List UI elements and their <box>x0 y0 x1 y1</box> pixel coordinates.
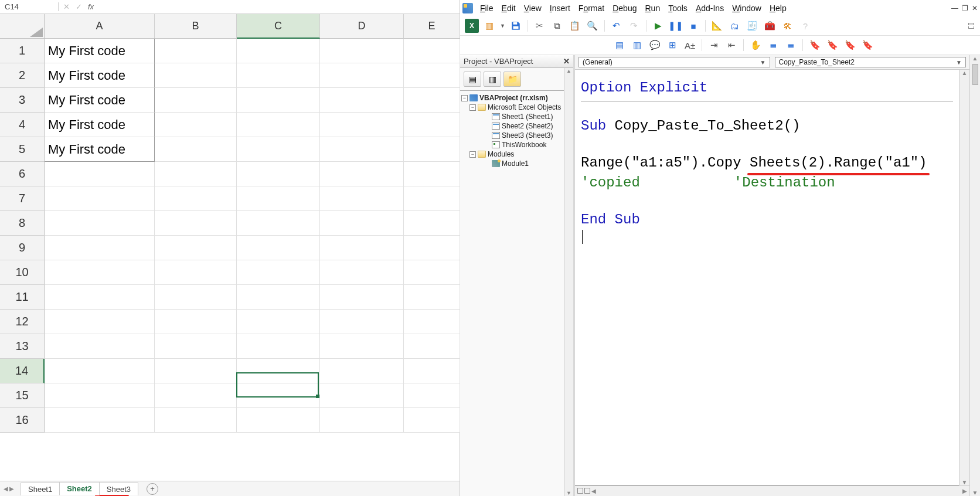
row-header-8[interactable]: 8 <box>0 211 45 236</box>
code-vertical-scrollbar[interactable]: ▲▼ <box>959 70 969 485</box>
find-icon[interactable]: 🔍 <box>586 19 600 33</box>
breakpoint-icon[interactable]: ✋ <box>748 38 763 52</box>
row-header-2[interactable]: 2 <box>0 63 45 88</box>
menu-window[interactable]: Window <box>729 2 765 14</box>
toolbox-icon[interactable]: 🛠 <box>781 19 795 33</box>
code-editor[interactable]: Option Explicit Sub Copy_Paste_To_Sheet2… <box>575 70 959 485</box>
pause-icon[interactable]: ❚❚ <box>669 19 683 33</box>
cell-B1[interactable] <box>155 39 237 63</box>
toolbar-overflow-icon[interactable] <box>967 22 975 29</box>
object-browser-icon[interactable]: 🧰 <box>763 19 777 33</box>
menu-insert[interactable]: Insert <box>546 2 574 14</box>
complete-word-icon[interactable]: A± <box>683 38 697 52</box>
list-properties-icon[interactable]: ▤ <box>612 38 627 52</box>
menu-help[interactable]: Help <box>766 2 790 14</box>
uncomment-block-icon[interactable]: ≣ <box>784 38 798 52</box>
save-icon[interactable] <box>509 19 523 33</box>
tab-sheet3[interactable]: Sheet3 <box>99 483 138 495</box>
row-header-4[interactable]: 4 <box>0 113 45 137</box>
menu-edit[interactable]: Edit <box>498 2 519 14</box>
paste-icon[interactable]: 📋 <box>568 19 582 33</box>
cell-A2[interactable]: My First code <box>45 63 155 88</box>
tree-module1[interactable]: Module1 <box>502 159 529 168</box>
view-code-icon[interactable]: ▤ <box>464 72 481 87</box>
run-icon[interactable]: ▶ <box>651 19 665 33</box>
insert-module-icon[interactable]: ▥ <box>482 19 496 33</box>
excel-icon[interactable]: X <box>465 19 479 33</box>
menu-debug[interactable]: Debug <box>609 2 640 14</box>
row-header-14[interactable]: 14 <box>0 359 45 383</box>
name-box[interactable]: C14 <box>0 2 59 11</box>
project-explorer-icon[interactable]: 🗂 <box>728 19 742 33</box>
copy-icon[interactable]: ⧉ <box>550 19 564 33</box>
project-tree[interactable]: −VBAProject (rr.xlsm) −Microsoft Excel O… <box>460 91 564 496</box>
menu-view[interactable]: View <box>520 2 545 14</box>
row-header-3[interactable]: 3 <box>0 88 45 113</box>
col-header-E[interactable]: E <box>404 14 460 39</box>
worksheet-grid[interactable]: A B C D E 1 My First code 2 My First cod… <box>0 14 460 481</box>
bookmark-prev-icon[interactable]: 🔖 <box>843 38 857 52</box>
row-header-9[interactable]: 9 <box>0 236 45 260</box>
properties-icon[interactable]: 🧾 <box>746 19 760 33</box>
project-panel-close-icon[interactable]: ✕ <box>563 57 570 66</box>
select-all-corner[interactable] <box>0 14 45 39</box>
redo-icon[interactable]: ↷ <box>627 19 641 33</box>
row-header-10[interactable]: 10 <box>0 260 45 285</box>
tab-sheet2[interactable]: Sheet2 <box>59 482 100 495</box>
row-header-16[interactable]: 16 <box>0 408 45 433</box>
cut-icon[interactable]: ✂ <box>533 19 547 33</box>
row-header-12[interactable]: 12 <box>0 310 45 334</box>
menu-format[interactable]: Format <box>575 2 608 14</box>
cell-C14[interactable] <box>237 359 320 383</box>
add-sheet-button[interactable]: + <box>147 483 158 495</box>
restore-icon[interactable]: ❐ <box>962 4 968 12</box>
cell-D1[interactable] <box>320 39 404 63</box>
bookmark-clear-icon[interactable]: 🔖 <box>860 38 874 52</box>
cell-A4[interactable]: My First code <box>45 113 155 137</box>
view-object-icon[interactable]: ▥ <box>484 72 501 87</box>
tree-sheet3[interactable]: Sheet3 (Sheet3) <box>502 131 553 140</box>
col-header-D[interactable]: D <box>320 14 404 39</box>
stop-icon[interactable]: ■ <box>686 19 700 33</box>
menu-tools[interactable]: Tools <box>665 2 691 14</box>
tab-sheet1[interactable]: Sheet1 <box>21 483 60 495</box>
tree-sheet2[interactable]: Sheet2 (Sheet2) <box>502 122 553 130</box>
outer-vertical-scrollbar[interactable]: ▲ ▼ <box>969 55 980 496</box>
cell-A3[interactable]: My First code <box>45 88 155 113</box>
tab-nav[interactable]: ◀▶ <box>0 485 21 492</box>
menu-file[interactable]: File <box>477 2 497 14</box>
minimize-icon[interactable]: — <box>951 4 958 12</box>
col-header-C[interactable]: C <box>237 14 320 39</box>
cell-A5[interactable]: My First code <box>45 137 155 162</box>
cell-A1[interactable]: My First code <box>45 39 155 63</box>
tree-thisworkbook[interactable]: ThisWorkbook <box>502 141 546 149</box>
close-icon[interactable]: ✕ <box>972 4 978 12</box>
row-header-1[interactable]: 1 <box>0 39 45 63</box>
cell-C1[interactable] <box>237 39 320 63</box>
col-header-A[interactable]: A <box>45 14 155 39</box>
parameter-info-icon[interactable]: ⊞ <box>665 38 679 52</box>
list-constants-icon[interactable]: ▥ <box>630 38 644 52</box>
row-header-5[interactable]: 5 <box>0 137 45 162</box>
quick-info-icon[interactable]: 💬 <box>648 38 662 52</box>
fx-button[interactable]: fx <box>88 2 94 11</box>
comment-block-icon[interactable]: ≣ <box>766 38 780 52</box>
row-header-6[interactable]: 6 <box>0 162 45 186</box>
project-scrollbar[interactable]: ▲▼ <box>564 68 573 496</box>
bookmark-next-icon[interactable]: 🔖 <box>825 38 839 52</box>
row-header-15[interactable]: 15 <box>0 383 45 408</box>
row-header-13[interactable]: 13 <box>0 334 45 359</box>
indent-icon[interactable]: ⇥ <box>707 38 721 52</box>
design-mode-icon[interactable]: 📐 <box>710 19 724 33</box>
cell-E1[interactable] <box>404 39 460 63</box>
outdent-icon[interactable]: ⇤ <box>724 38 739 52</box>
undo-icon[interactable]: ↶ <box>610 19 624 33</box>
toggle-folders-icon[interactable]: 📁 <box>503 72 521 87</box>
row-header-11[interactable]: 11 <box>0 285 45 310</box>
code-horizontal-scrollbar[interactable]: ◀ ▶ <box>575 485 969 496</box>
tree-sheet1[interactable]: Sheet1 (Sheet1) <box>502 113 553 121</box>
help-icon[interactable]: ? <box>798 19 812 33</box>
procedure-dropdown[interactable]: Copy_Paste_To_Sheet2▼ <box>775 57 967 67</box>
row-header-7[interactable]: 7 <box>0 186 45 211</box>
menu-addins[interactable]: Add-Ins <box>692 2 727 14</box>
